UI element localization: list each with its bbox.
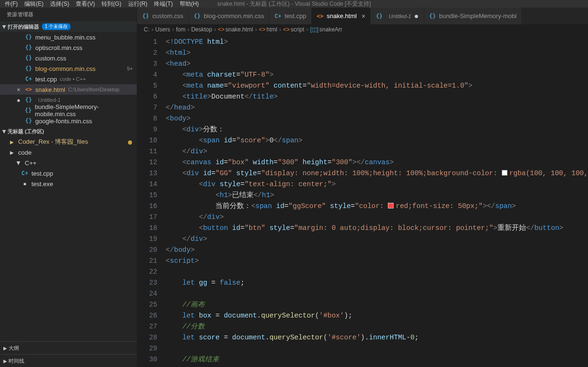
editor-tab[interactable]: {}custom.css [137,8,189,24]
file-name: custom.css [35,55,66,62]
open-editors-header[interactable]: ▶ 打开的编辑器 1 个未保存 [0,21,137,32]
editor-tab[interactable]: C+test.cpp [269,8,312,24]
file-item[interactable]: C+test.cpp [0,168,137,179]
item-label: test.cpp [31,170,53,177]
editor-tab[interactable]: {}Untitled-1● [371,8,424,24]
folder-item[interactable]: ▶C++ [0,158,137,168]
file-type-icon: C+ [21,170,29,177]
open-editor-item[interactable]: {}blog-common.min.css9+ [0,63,137,74]
item-label: C++ [25,159,37,167]
crumb-icon: <> [218,26,224,33]
open-editor-item[interactable]: ×<>snake.html C:\Users\fom\Desktop [0,84,137,95]
chevron-right-icon: ▶ [2,346,9,351]
file-desc: code • C++ [60,76,86,82]
file-type-icon: C+ [274,13,282,20]
editor-tab[interactable]: <>snake.html× [312,8,371,24]
tab-label: snake.html [327,12,357,20]
crumb-item[interactable]: <>html [259,26,277,33]
tab-label: test.cpp [284,12,306,20]
file-type-icon: {} [429,13,436,20]
chevron-down-icon: ▶ [2,128,7,135]
folder-item[interactable]: ▶code [0,147,137,158]
crumb-item[interactable]: [◫]snakeArr [310,26,343,33]
crumb-item[interactable]: Users [155,26,170,33]
chevron-icon: ▶ [9,139,15,145]
dirty-dot-icon: ● [15,97,22,104]
chevron-right-icon: ▶ [2,358,9,364]
file-name: optiscroll.min.css [35,44,82,51]
file-name: google-fonts.min.css [35,118,92,125]
file-name: test.cpp [35,76,57,83]
menu-item[interactable]: 帮助(H) [180,0,199,7]
menu-item[interactable]: 终端(T) [154,0,172,7]
crumb-icon: [◫] [310,26,319,33]
crumb-item[interactable]: <>script [283,26,304,33]
chevron-icon: ▶ [16,159,21,166]
item-label: Coder_Rex - 博客园_files [18,138,88,146]
editor-tab[interactable]: {}blog-common.min.css [189,8,269,24]
file-type-icon: <> [25,86,32,93]
file-type-icon: {} [25,34,32,40]
editor-tab[interactable]: {}bundle-SimpleMemory-mobi [424,8,522,24]
file-type-icon: <> [316,13,324,20]
file-type-icon: ▪ [21,180,29,187]
file-name: bundle-SimpleMemory-mobile.min.css [35,103,137,118]
chevron-right-icon: › [306,26,308,33]
unsaved-badge: 1 个未保存 [42,23,71,30]
tab-label: custom.css [152,12,183,20]
open-editor-item[interactable]: C+test.cpp code • C++ [0,74,137,84]
close-icon[interactable]: × [15,86,22,93]
editor-area: {}custom.css{}blog-common.min.cssC+test.… [137,8,588,367]
timeline-panel[interactable]: ▶时间线 [0,354,137,367]
file-item[interactable]: ▪test.exe [0,179,137,189]
crumb-icon: <> [259,26,265,33]
close-icon[interactable]: × [362,12,365,20]
menu-item[interactable]: 件(F) [5,0,18,7]
tab-label: blog-common.min.css [204,12,264,20]
file-name: blog-common.min.css [35,65,95,72]
menu-item[interactable]: 转到(G) [101,0,121,7]
file-type-icon: {} [25,44,32,51]
open-editor-item[interactable]: {}bundle-SimpleMemory-mobile.min.css [0,105,137,116]
editor-tabs: {}custom.css{}blog-common.min.cssC+test.… [137,8,588,24]
open-editor-item[interactable]: {}optiscroll.min.css [0,42,137,53]
crumb-item[interactable]: C: [144,26,150,33]
chevron-icon: ▶ [9,150,15,155]
chevron-right-icon: › [279,26,281,33]
outline-panel[interactable]: ▶大纲 [0,341,137,354]
tab-label: bundle-SimpleMemory-mobi [439,12,517,20]
code-editor[interactable]: <!DOCTYPE html><html><head> <meta charse… [166,35,588,367]
breadcrumb[interactable]: C:›Users›fom›Desktop›<>snake.html›<>html… [137,24,588,35]
chevron-right-icon: › [152,26,153,33]
file-type-icon: {} [25,55,32,61]
folder-item[interactable]: ▶Coder_Rex - 博客园_files● [0,137,137,147]
item-label: test.exe [31,180,53,188]
file-type-icon: {} [25,65,32,72]
sidebar: 资源管理器 ▶ 打开的编辑器 1 个未保存 {}menu_bubble.min.… [0,8,137,367]
title-bar: 件(F)编辑(E)选择(S)查看(V)转到(G)运行(R)终端(T)帮助(H) … [0,0,588,8]
file-type-icon: {} [25,107,32,114]
modified-count: 9+ [127,66,133,71]
item-label: code [18,149,31,156]
menu-item[interactable]: 运行(R) [128,0,148,7]
crumb-item[interactable]: <>snake.html [218,26,253,33]
menu-item[interactable]: 编辑(E) [24,0,43,7]
line-numbers: 1234567891011121314151617181920212223242… [137,35,166,367]
menu-item[interactable]: 选择(S) [50,0,69,7]
workspace-header[interactable]: ▶ 无标题 (工作区) [0,126,137,137]
chevron-right-icon: › [214,26,216,33]
file-type-icon: {} [25,97,32,103]
open-editor-item[interactable]: {}menu_bubble.min.css [0,32,137,42]
file-name: menu_bubble.min.css [35,34,95,41]
menu-item[interactable]: 查看(V) [76,0,95,7]
file-type-icon: {} [375,13,383,20]
file-name: snake.html [35,86,65,93]
chevron-right-icon: › [187,26,189,33]
crumb-item[interactable]: fom [176,26,185,33]
crumb-icon: <> [283,26,290,33]
explorer-title: 资源管理器 [0,8,137,21]
open-editor-item[interactable]: {}custom.css [0,53,137,63]
crumb-item[interactable]: Desktop [191,26,212,33]
file-type-icon: {} [25,118,32,124]
chevron-down-icon: ▶ [2,23,7,30]
